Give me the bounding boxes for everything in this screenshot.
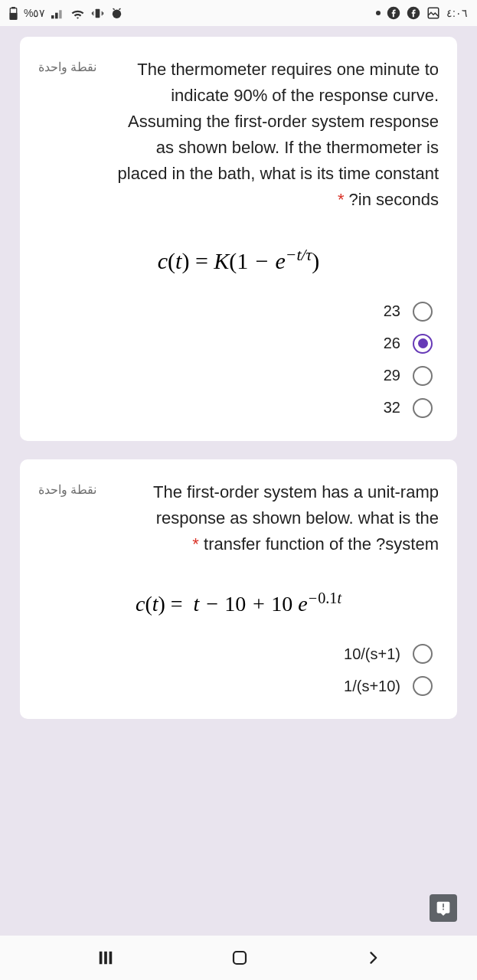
report-problem-button[interactable]	[430, 894, 457, 922]
battery-percent: ٥٧%	[24, 7, 45, 19]
radio-icon	[413, 398, 433, 418]
option-26[interactable]: 26	[384, 334, 433, 354]
points-label: نقطة واحدة	[38, 57, 96, 214]
facebook-icon	[387, 6, 400, 20]
svg-rect-10	[109, 952, 112, 965]
facebook-icon	[407, 6, 420, 20]
signal-icon	[51, 8, 64, 19]
option-32[interactable]: 32	[384, 398, 433, 418]
option-label: 32	[384, 399, 400, 416]
alarm-icon	[110, 7, 123, 20]
required-asterisk: *	[338, 190, 345, 209]
options-group-2: 10/(s+1) 1/(s+10)	[38, 644, 439, 696]
option-label: 10/(s+1)	[344, 645, 400, 663]
option-label: 26	[384, 335, 400, 352]
svg-rect-8	[100, 952, 103, 965]
option-29[interactable]: 29	[384, 366, 433, 386]
battery-icon	[9, 7, 18, 20]
radio-icon	[413, 334, 433, 354]
question-text: The thermometer requires one minute to i…	[107, 57, 439, 214]
wifi-icon	[70, 8, 85, 19]
status-right-group: ٤:٠٦	[376, 6, 468, 20]
question-header: The first-order system has a unit-ramp r…	[38, 479, 439, 557]
option-a[interactable]: 10/(s+1)	[344, 644, 433, 664]
status-time: ٤:٠٦	[446, 7, 468, 19]
equation-2: c(t) = t − 10 + 10 e−0.1t	[38, 590, 439, 616]
gallery-icon	[426, 6, 440, 20]
status-bar: ٤:٠٦ ٥٧%	[0, 0, 477, 26]
option-label: 1/(s+10)	[344, 678, 400, 695]
option-label: 29	[384, 367, 400, 384]
svg-rect-4	[96, 8, 100, 17]
question-tail: ?in seconds	[349, 190, 439, 209]
vibrate-icon	[91, 7, 104, 20]
nav-recents[interactable]	[96, 949, 115, 966]
question-card-2: The first-order system has a unit-ramp r…	[20, 459, 457, 720]
question-card-1: The thermometer requires one minute to i…	[20, 37, 457, 441]
options-group-1: 23 26 29 32	[38, 302, 439, 418]
question-text: The first-order system has a unit-ramp r…	[107, 479, 439, 557]
points-label: نقطة واحدة	[38, 479, 96, 557]
radio-icon	[413, 366, 433, 386]
svg-rect-9	[104, 952, 107, 965]
radio-icon	[413, 676, 433, 696]
question-body: The thermometer requires one minute to i…	[118, 60, 439, 183]
svg-rect-11	[234, 952, 246, 964]
question-tail: ?system	[376, 534, 439, 554]
nav-back[interactable]	[365, 949, 381, 967]
equation-1: c(t) = K(1 − e−t/τ)	[38, 246, 439, 274]
svg-rect-7	[10, 13, 17, 19]
option-b[interactable]: 1/(s+10)	[344, 676, 433, 696]
navigation-bar	[0, 936, 477, 980]
required-asterisk: *	[192, 534, 199, 554]
content-area: The thermometer requires one minute to i…	[0, 26, 477, 719]
svg-point-3	[113, 9, 121, 18]
more-notifications-dot	[376, 11, 381, 15]
option-label: 23	[384, 302, 400, 320]
option-23[interactable]: 23	[384, 302, 433, 322]
status-left-group: ٥٧%	[9, 7, 123, 20]
nav-home[interactable]	[230, 949, 249, 967]
question-header: The thermometer requires one minute to i…	[38, 57, 439, 214]
svg-rect-6	[12, 7, 15, 8]
radio-icon	[413, 302, 433, 322]
radio-icon	[413, 644, 433, 664]
